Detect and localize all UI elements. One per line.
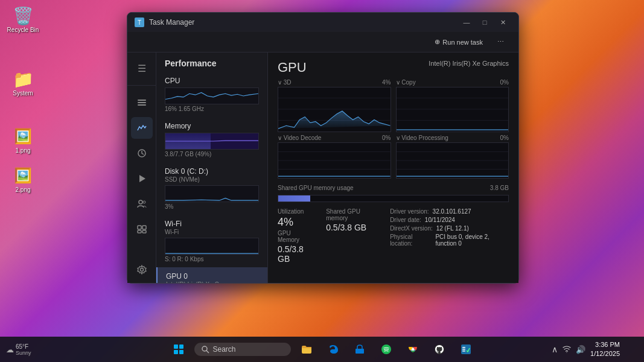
gpu-memory-label: GPU Memory — [278, 230, 314, 243]
memory-bar — [278, 195, 509, 202]
network-icon[interactable] — [563, 345, 571, 355]
svg-point-5 — [139, 200, 142, 204]
taskbar-app-chrome[interactable] — [402, 338, 424, 360]
cpu-name: CPU — [165, 77, 259, 85]
svg-rect-37 — [462, 347, 465, 348]
tm-toolbar: ⊕ Run new task ⋯ — [127, 32, 518, 52]
system-icon[interactable]: 📁 System — [5, 69, 41, 97]
driver-stats: Driver version: 32.0.101.6127 Driver dat… — [390, 208, 509, 264]
sidebar-item-startup[interactable] — [131, 168, 153, 189]
processes-icon — [137, 98, 147, 107]
desktop: 🗑️ Recycle Bin 📁 System 🖼️ 1.png 🖼️ 2.pn… — [0, 0, 644, 362]
memory-graph — [165, 133, 259, 150]
gpu0-sub: Intel(R) Iris(R) Xe Gra... — [166, 281, 259, 283]
directx-key: DirectX version: — [390, 225, 433, 232]
sound-icon[interactable]: 🔊 — [576, 345, 585, 354]
device-item-disk0[interactable]: Disk 0 (C: D:) SSD (NVMe) 3% — [156, 162, 267, 215]
hamburger-menu-button[interactable]: ☰ — [131, 57, 153, 79]
physical-key: Physical location: — [390, 233, 432, 247]
shared-gpu-label: Shared GPU memory — [326, 208, 378, 221]
driver-date-key: Driver date: — [390, 217, 421, 223]
notifications-icon[interactable] — [625, 343, 638, 355]
weather-temp: 65°F — [16, 343, 31, 350]
close-button[interactable]: ✕ — [494, 16, 511, 28]
sidebar-icons: ☰ — [127, 52, 156, 283]
sidebar-item-performance[interactable] — [131, 117, 153, 139]
sidebar-item-history[interactable] — [131, 142, 153, 164]
wifi-type: Wi-Fi — [165, 229, 259, 235]
wifi-graph — [165, 238, 259, 255]
sidebar-item-settings[interactable] — [131, 261, 153, 283]
memory-usage-label: Shared GPU memory usage — [278, 185, 354, 191]
sidebar-item-details[interactable] — [131, 218, 153, 240]
svg-rect-31 — [355, 349, 364, 354]
sidebar-item-processes[interactable] — [131, 92, 153, 113]
taskbar-app-edge[interactable] — [322, 338, 344, 360]
right-header: GPU Intel(R) Iris(R) Xe Graphics — [278, 60, 509, 75]
directx-val: 12 (FL 12.1) — [436, 225, 469, 232]
memory-sub: 3.8/7.7 GB (49%) — [165, 151, 259, 157]
svg-rect-39 — [462, 351, 465, 352]
sidebar-item-users[interactable] — [131, 193, 153, 215]
device-item-cpu[interactable]: CPU 16% 1.65 GHz — [156, 72, 267, 117]
2png-label: 2.png — [15, 186, 30, 193]
utilization-value: 4% — [278, 216, 314, 229]
shared-gpu-stat: Shared GPU memory 0.5/3.8 GB — [326, 208, 378, 264]
memory-name: Memory — [165, 122, 259, 130]
titlebar: T Task Manager — □ ✕ — [127, 13, 518, 32]
device-item-wifi[interactable]: Wi-Fi Wi-Fi S: 0 R: 0 Kbps — [156, 215, 267, 267]
physical-val: PCI bus 0, device 2, function 0 — [435, 233, 509, 247]
taskbar-time: 3:36 PM 1/12/2025 — [590, 340, 620, 359]
disk0-graph — [165, 185, 259, 202]
cpu-graph — [165, 87, 259, 104]
performance-header: Performance — [156, 52, 267, 72]
svg-rect-27 — [179, 350, 183, 354]
taskbar-app-store[interactable] — [349, 338, 371, 360]
shared-gpu-value: 0.5/3.8 GB — [326, 223, 378, 232]
search-bar[interactable]: Search — [194, 343, 291, 356]
device-item-gpu0[interactable]: GPU 0 Intel(R) Iris(R) Xe Gra... 4% — [156, 267, 267, 283]
1png-icon[interactable]: 🖼️ 1.png — [5, 127, 41, 154]
device-item-memory[interactable]: Memory 3.8/7.7 GB (49%) — [156, 117, 267, 162]
copy-graph — [396, 87, 509, 132]
taskbar-app-spotify[interactable] — [375, 338, 397, 360]
svg-rect-40 — [627, 345, 636, 353]
search-label: Search — [213, 345, 236, 354]
video-decode-section: ∨ Video Decode 0% — [278, 135, 391, 179]
gpu-memory-value: 0.5/3.8 GB — [278, 244, 314, 264]
chevron-up-icon[interactable]: ∧ — [552, 345, 558, 354]
video-processing-graph — [396, 142, 509, 179]
start-button[interactable] — [168, 338, 190, 360]
taskbar-app-files[interactable] — [296, 338, 317, 360]
svg-rect-9 — [138, 230, 141, 233]
maximize-button[interactable]: □ — [476, 16, 493, 28]
performance-icon — [137, 123, 147, 133]
driver-version-key: Driver version: — [390, 208, 429, 215]
taskbar-right: ∧ 🔊 3:36 PM 1/12/2025 — [552, 340, 638, 359]
svg-rect-25 — [179, 345, 183, 349]
svg-line-29 — [206, 351, 209, 353]
recycle-bin-label: Recycle Bin — [7, 27, 39, 33]
svg-rect-0 — [138, 100, 146, 101]
recycle-bin-icon[interactable]: 🗑️ Recycle Bin — [5, 6, 41, 33]
taskbar: ☁ 65°F Sunny Search — [0, 337, 644, 362]
taskbar-app-github[interactable] — [429, 338, 450, 360]
taskbar-app-taskmanager[interactable] — [455, 338, 477, 360]
video-decode-graph — [278, 142, 391, 179]
2png-icon[interactable]: 🖼️ 2.png — [5, 166, 41, 193]
more-options-button[interactable]: ⋯ — [493, 36, 509, 48]
task-manager-window: T Task Manager — □ ✕ ⊕ Run new task ⋯ ☰ — [127, 12, 519, 284]
window-controls: — □ ✕ — [458, 16, 511, 28]
users-icon — [137, 199, 147, 209]
minimize-button[interactable]: — — [458, 16, 475, 28]
settings-icon — [137, 265, 147, 275]
startup-icon — [137, 174, 147, 183]
video-processing-label: ∨ Video Processing 0% — [396, 135, 509, 141]
system-label: System — [13, 90, 33, 97]
copy-label: ∨ Copy 0% — [396, 79, 509, 86]
wifi-name: Wi-Fi — [165, 220, 259, 228]
svg-rect-38 — [462, 349, 465, 350]
run-new-task-button[interactable]: ⊕ Run new task — [430, 36, 488, 48]
weather-desc: Sunny — [16, 350, 31, 356]
svg-rect-2 — [138, 104, 146, 106]
